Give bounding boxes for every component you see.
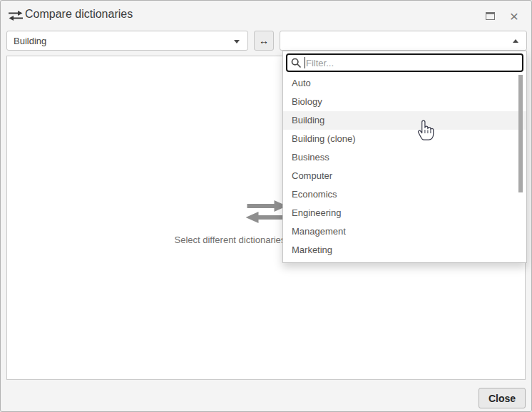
close-button[interactable]: Close	[479, 388, 526, 408]
dictionary-list-item-label: Biology	[292, 96, 322, 107]
target-dictionary-select[interactable]	[280, 31, 527, 51]
dialog-titlebar: Compare dictionaries ×	[1, 1, 531, 29]
swap-dictionaries-button[interactable]: ↔	[254, 31, 274, 51]
dialog-title: Compare dictionaries	[25, 8, 133, 21]
dictionary-list-item-label: Computer	[292, 170, 332, 181]
dictionary-list-item-label: Building (clone)	[292, 133, 356, 144]
caret-up-icon	[513, 39, 518, 43]
dictionary-list-item-label: Business	[292, 152, 329, 163]
filter-input[interactable]	[305, 56, 522, 70]
source-dictionary-value: Building	[14, 36, 46, 46]
dictionary-list-item[interactable]: Computer	[283, 167, 526, 185]
dictionary-list-item[interactable]: Engineering	[283, 204, 526, 222]
dictionary-list-item-label: Auto	[292, 78, 311, 88]
dictionary-list-item[interactable]: Biology	[283, 93, 526, 111]
dictionary-list-item-label: Marketing	[292, 244, 332, 255]
filter-wrap	[283, 51, 526, 74]
dictionary-list-item[interactable]: Auto	[283, 74, 526, 93]
dictionary-list-item-label: Management	[292, 226, 346, 237]
maximize-button[interactable]	[481, 6, 499, 25]
dictionary-list-item[interactable]: Management	[283, 222, 526, 241]
dictionary-list-item[interactable]: Building (clone)	[283, 130, 526, 148]
dictionary-list-item-label: Building	[292, 115, 324, 125]
dictionary-list-item-label: Economics	[292, 189, 337, 200]
scrollbar-thumb[interactable]	[518, 75, 523, 192]
caret-down-icon	[234, 40, 240, 43]
dictionary-list-item[interactable]: Marketing	[283, 241, 526, 259]
filter-box[interactable]	[286, 53, 523, 72]
dictionary-dropdown-panel: Auto Biology Building Building (clone) B…	[282, 51, 527, 263]
maximize-icon	[486, 12, 495, 20]
search-icon	[291, 58, 301, 68]
dictionary-list: Auto Biology Building Building (clone) B…	[283, 74, 526, 259]
compare-dictionaries-dialog: Compare dictionaries × Building ↔ Select…	[0, 0, 532, 412]
compare-arrows-icon	[9, 10, 23, 21]
close-window-button[interactable]: ×	[505, 6, 523, 25]
dictionary-list-item[interactable]: Building	[283, 111, 526, 130]
big-exchange-icon	[245, 199, 287, 225]
swap-horizontal-icon: ↔	[259, 35, 269, 46]
dictionary-list-item[interactable]: Business	[283, 148, 526, 167]
dictionary-list-item[interactable]: Economics	[283, 185, 526, 204]
dictionary-list-item-label: Engineering	[292, 207, 341, 218]
close-icon: ×	[510, 9, 518, 24]
source-dictionary-select[interactable]: Building	[6, 31, 248, 51]
